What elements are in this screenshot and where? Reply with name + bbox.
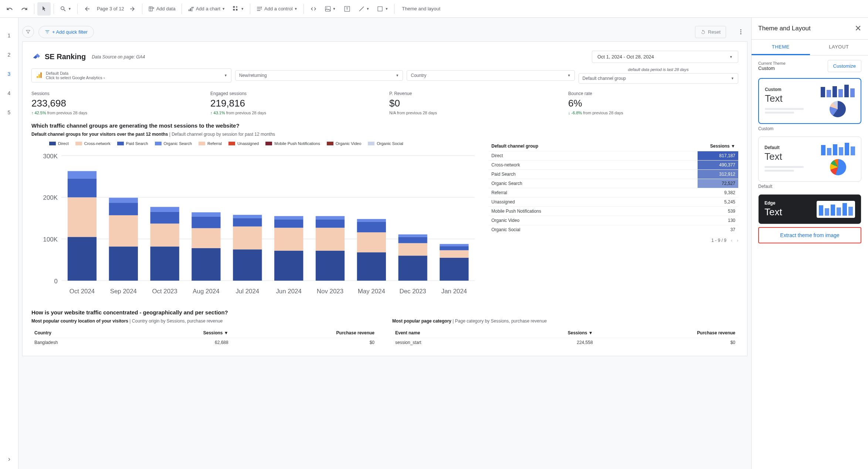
add-control-button[interactable]: Add a control▼	[253, 2, 301, 16]
page-num-5[interactable]: 5	[8, 109, 11, 115]
panel-title: Theme and Layout	[758, 25, 811, 32]
legend-item: Organic Search	[155, 141, 192, 146]
kpi-card: Engaged sessions219,816↑ 43.1% from prev…	[210, 91, 380, 115]
add-chart-button[interactable]: Add a chart▼	[185, 2, 228, 16]
text-button[interactable]	[340, 2, 354, 16]
customize-button[interactable]: Customize	[828, 60, 861, 72]
svg-rect-20	[38, 74, 40, 78]
table-prev[interactable]: ‹	[731, 238, 732, 243]
datasource-selector[interactable]: Default DataClick to select Google Analy…	[31, 68, 231, 82]
table-row[interactable]: Organic Social37	[488, 225, 738, 234]
svg-text:Aug 2024: Aug 2024	[193, 288, 219, 295]
svg-rect-52	[233, 218, 262, 227]
theme-card-default[interactable]: Default Text	[758, 136, 861, 182]
zoom-tool[interactable]: ▼	[57, 2, 74, 16]
table-row[interactable]: Cross-network490,377	[488, 161, 738, 170]
table-row[interactable]: session_start224,558$0	[392, 338, 738, 347]
page-gutter: 1 2 3 4 5	[0, 18, 18, 469]
page-num-1[interactable]: 1	[8, 33, 11, 38]
country-filter[interactable]: Country▼	[407, 70, 574, 81]
table-row[interactable]: Organic Search72,527	[488, 179, 738, 188]
svg-point-18	[740, 33, 742, 34]
shape-button[interactable]: ▼	[374, 2, 391, 16]
svg-rect-56	[274, 228, 303, 251]
theme-layout-panel: Theme and Layout ✕ THEME LAYOUT Current …	[751, 18, 868, 469]
add-data-button[interactable]: Add data	[145, 2, 179, 16]
theme-tab[interactable]: THEME	[752, 40, 810, 55]
legend-item: Paid Search	[117, 141, 148, 146]
table-row[interactable]: Referral9,382	[488, 188, 738, 198]
svg-rect-15	[378, 7, 382, 11]
table-row[interactable]: Unassigned5,245	[488, 198, 738, 207]
reset-button[interactable]: Reset	[695, 26, 726, 38]
svg-rect-60	[316, 251, 345, 281]
next-page[interactable]	[126, 2, 139, 16]
svg-rect-36	[109, 215, 138, 246]
close-panel[interactable]: ✕	[855, 24, 861, 33]
kpi-card: Bounce rate6%↓ -6.8% from previous 28 da…	[568, 91, 738, 115]
table-row[interactable]: Mobile Push Notifications539	[488, 207, 738, 216]
image-button[interactable]: ▼	[322, 2, 339, 16]
svg-text:Oct 2024: Oct 2024	[69, 288, 95, 295]
svg-rect-57	[274, 219, 303, 228]
redo-button[interactable]	[18, 2, 31, 16]
page-num-3[interactable]: 3	[8, 71, 11, 77]
theme-layout-button[interactable]: Theme and layout	[397, 2, 443, 16]
svg-rect-55	[274, 251, 303, 281]
theme-card-edge[interactable]: Edge Text	[758, 194, 861, 224]
extract-theme-button[interactable]: Extract theme from image	[758, 227, 861, 243]
section-title-q1: Which traffic channel groups are generat…	[31, 122, 738, 129]
svg-point-9	[261, 7, 262, 8]
svg-rect-8	[236, 9, 238, 11]
table-row[interactable]: Bangladesh62,688$0	[31, 338, 377, 347]
channel-group-filter[interactable]: Default channel group▼	[579, 73, 738, 84]
svg-rect-63	[316, 216, 345, 219]
layout-tab[interactable]: LAYOUT	[810, 40, 868, 55]
new-returning-filter[interactable]: New/returning▼	[235, 70, 403, 81]
select-tool[interactable]	[37, 2, 51, 16]
svg-text:May 2024: May 2024	[358, 288, 385, 295]
page-num-2[interactable]: 2	[8, 52, 11, 58]
table-row[interactable]: Organic Video130	[488, 216, 738, 225]
data-source-label: Data Source on page: GA4	[92, 54, 145, 60]
line-button[interactable]: ▼	[355, 2, 373, 16]
svg-rect-48	[191, 212, 220, 216]
table-next[interactable]: ›	[737, 238, 738, 243]
svg-rect-21	[40, 72, 41, 78]
svg-rect-7	[233, 9, 235, 11]
legend-item: Cross-network	[75, 141, 111, 146]
undo-button[interactable]	[3, 2, 16, 16]
svg-point-10	[261, 8, 262, 9]
svg-rect-76	[440, 250, 468, 258]
date-range-picker[interactable]: Oct 1, 2024 - Oct 28, 2024▼	[592, 51, 738, 63]
page-indicator[interactable]: Page 3 of 12	[97, 6, 124, 11]
svg-text:300K: 300K	[43, 153, 58, 160]
svg-text:Jun 2024: Jun 2024	[276, 288, 301, 295]
filter-icon-button[interactable]	[22, 26, 34, 38]
page-num-4[interactable]: 4	[8, 90, 11, 96]
svg-rect-53	[233, 215, 262, 218]
table-row[interactable]: Paid Search312,912	[488, 170, 738, 179]
table-pagination-text: 1 - 9 / 9	[711, 238, 726, 243]
section-title-q2: How is your website traffic concentrated…	[31, 309, 738, 316]
theme-card-custom[interactable]: Custom Text	[758, 78, 861, 124]
add-quick-filter-button[interactable]: + Add quick filter	[38, 26, 94, 38]
svg-rect-41	[150, 223, 179, 246]
svg-rect-72	[398, 237, 427, 243]
community-viz-button[interactable]: ▼	[230, 2, 247, 16]
svg-rect-70	[398, 256, 427, 281]
more-menu[interactable]	[734, 25, 747, 38]
kpi-card: Sessions233,698↑ 42.5% from previous 28 …	[31, 91, 201, 115]
svg-text:100K: 100K	[43, 236, 58, 243]
svg-rect-6	[233, 6, 235, 8]
svg-rect-47	[191, 216, 220, 228]
svg-rect-67	[357, 222, 386, 232]
table-row[interactable]: Direct817,187	[488, 151, 738, 161]
embed-button[interactable]	[307, 2, 320, 16]
channel-table: Default channel groupSessions ▼ Direct81…	[488, 141, 738, 300]
svg-point-17	[740, 31, 742, 33]
prev-page[interactable]	[81, 2, 94, 16]
svg-rect-3	[189, 9, 189, 11]
gutter-expand[interactable]	[7, 457, 12, 463]
svg-rect-62	[316, 219, 345, 228]
